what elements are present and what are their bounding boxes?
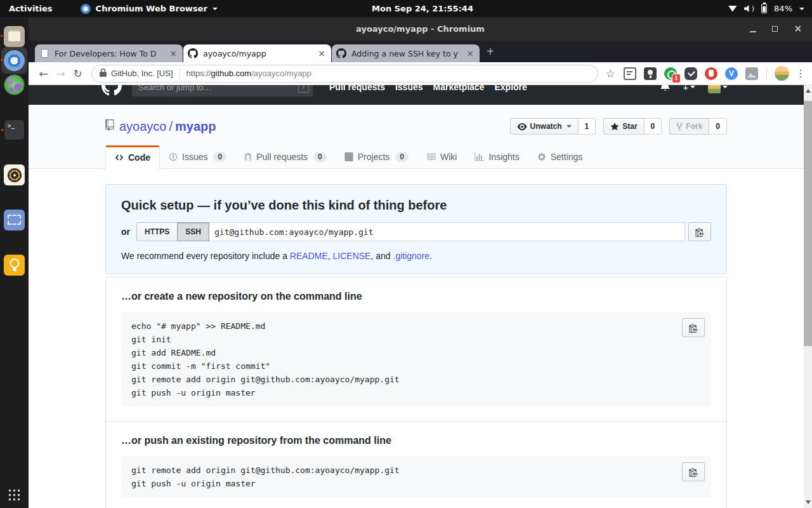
create-repo-section: …or create a new repository on the comma… — [106, 277, 726, 421]
page-scrollbar[interactable] — [804, 85, 812, 508]
close-tab-icon[interactable]: × — [317, 48, 327, 58]
push-existing-section: …or push an existing repository from the… — [106, 421, 726, 508]
unwatch-button[interactable]: Unwatch — [510, 118, 579, 135]
browser-tab-ssh-key[interactable]: Adding a new SSH key to y × — [332, 44, 480, 62]
github-header: / Pull requests Issues Marketplace Explo… — [29, 85, 804, 105]
nav-explore[interactable]: Explore — [494, 85, 527, 92]
github-avatar — [708, 85, 721, 93]
scroll-up-arrow[interactable] — [806, 89, 811, 93]
reader-extension-icon[interactable] — [624, 67, 636, 80]
clone-url-input[interactable] — [209, 222, 685, 241]
page-viewport: / Pull requests Issues Marketplace Explo… — [29, 85, 812, 508]
watch-button-group: Unwatch 1 — [510, 118, 596, 135]
forks-count[interactable]: 0 — [709, 118, 727, 135]
window-title: ayoayco/myapp - Chromium — [356, 24, 485, 34]
code-line: git push -u origin master — [131, 477, 701, 490]
notification-badge: 1 — [672, 74, 681, 83]
stars-count[interactable]: 0 — [645, 118, 662, 135]
bell-icon[interactable] — [660, 85, 670, 93]
star-button[interactable]: Star — [603, 118, 644, 135]
repo-name-link[interactable]: myapp — [175, 119, 216, 133]
reload-button[interactable]: ↻ — [69, 65, 86, 82]
watchers-count[interactable]: 1 — [579, 118, 596, 135]
github-icon — [336, 48, 346, 58]
address-bar[interactable]: GitHub, Inc. [US] https://github.com/ayo… — [91, 65, 598, 83]
dock-item-music-player[interactable] — [4, 164, 25, 185]
ssh-protocol-button[interactable]: SSH — [177, 222, 209, 241]
github-logo-icon[interactable] — [102, 85, 122, 98]
app-menu[interactable]: Chromium Web Browser — [81, 4, 218, 14]
fork-button-group: Fork 0 — [669, 118, 727, 135]
code-icon — [115, 153, 124, 162]
running-indicator — [1, 59, 3, 61]
system-status-area[interactable]: ) 84% — [728, 4, 804, 13]
bookmark-star-icon[interactable]: ☆ — [606, 67, 615, 80]
green-extension-icon[interactable]: 1 — [664, 67, 677, 80]
tab-issues[interactable]: Issues 0 — [160, 145, 235, 168]
fork-button[interactable]: Fork — [669, 118, 709, 135]
create-new-dropdown[interactable]: + — [683, 85, 695, 93]
scrollbar-thumb[interactable] — [804, 101, 812, 346]
vimium-extension-icon[interactable]: V — [725, 67, 738, 80]
scroll-down-arrow[interactable] — [806, 500, 811, 504]
github-search-box[interactable]: / — [132, 85, 313, 97]
dock-item-web-browser[interactable] — [4, 74, 25, 95]
eye-icon — [517, 122, 527, 131]
tab-insights[interactable]: Insights — [466, 145, 528, 168]
dock-item-notes[interactable] — [4, 255, 25, 276]
pull-request-icon — [244, 152, 252, 161]
fork-icon — [676, 122, 683, 131]
close-button[interactable]: × — [794, 24, 802, 34]
clock[interactable]: Mon Sep 24, 21:55:44 — [372, 4, 473, 13]
browser-tab-myapp[interactable]: ayoayco/myapp × — [183, 44, 331, 62]
forward-button[interactable]: → — [52, 65, 69, 82]
back-button[interactable]: ← — [35, 65, 52, 82]
tab-title: Adding a new SSH key to y — [351, 49, 462, 58]
show-applications-button[interactable] — [8, 488, 21, 502]
nav-marketplace[interactable]: Marketplace — [433, 85, 485, 92]
browser-profile-avatar[interactable] — [775, 66, 789, 81]
photos-extension-icon[interactable] — [745, 67, 758, 80]
readme-link[interactable]: README — [290, 251, 328, 261]
minimize-button[interactable] — [750, 31, 756, 32]
browser-tab-developers[interactable]: For Developers: How To D × — [35, 44, 183, 62]
browser-menu-icon[interactable]: ⋮ — [796, 67, 806, 79]
or-label: or — [121, 227, 130, 237]
code-block-push: git remote add origin git@github.com:ayo… — [121, 456, 711, 498]
pocket-extension-icon[interactable] — [684, 67, 697, 80]
security-chip[interactable]: GitHub, Inc. [US] — [111, 69, 173, 78]
chevron-down-icon — [566, 125, 572, 128]
dock-item-terminal[interactable] — [4, 119, 25, 140]
github-nav: Pull requests Issues Marketplace Explore — [329, 85, 527, 92]
adblock-extension-icon[interactable] — [705, 67, 717, 80]
dock-item-files[interactable] — [4, 26, 25, 47]
tab-pull-requests[interactable]: Pull requests 0 — [235, 145, 336, 168]
https-protocol-button[interactable]: HTTPS — [136, 222, 178, 241]
copy-url-button[interactable] — [688, 222, 711, 241]
tab-wiki[interactable]: Wiki — [417, 145, 466, 168]
dock-item-screenshot-tool[interactable] — [4, 210, 25, 231]
new-tab-button[interactable]: + — [487, 45, 494, 58]
copy-commands-button[interactable] — [682, 318, 705, 337]
dock-item-chromium[interactable] — [4, 50, 25, 71]
close-tab-icon[interactable]: × — [465, 48, 475, 58]
maximize-button[interactable] — [772, 26, 778, 32]
github-user-menu[interactable] — [708, 85, 728, 93]
tab-settings[interactable]: Settings — [528, 145, 592, 168]
nav-pull-requests[interactable]: Pull requests — [329, 85, 385, 92]
copy-commands-button[interactable] — [682, 462, 705, 481]
nav-issues[interactable]: Issues — [395, 85, 423, 92]
license-link[interactable]: LICENSE — [333, 251, 371, 261]
repo-owner-link[interactable]: ayoayco — [119, 119, 167, 133]
code-block-create: echo "# myapp" >> README.md git init git… — [121, 312, 711, 407]
lighthouse-extension-icon[interactable] — [644, 67, 657, 80]
divider — [180, 69, 180, 79]
github-search-input[interactable] — [138, 85, 298, 92]
issues-count: 0 — [213, 152, 226, 162]
window-title-bar[interactable]: ayoayco/myapp - Chromium × — [29, 17, 812, 41]
gitignore-link[interactable]: .gitignore — [393, 251, 430, 261]
close-tab-icon[interactable]: × — [168, 48, 178, 58]
activities-button[interactable]: Activities — [9, 4, 53, 13]
tab-projects[interactable]: Projects 0 — [336, 145, 417, 168]
tab-code[interactable]: Code — [105, 145, 160, 169]
